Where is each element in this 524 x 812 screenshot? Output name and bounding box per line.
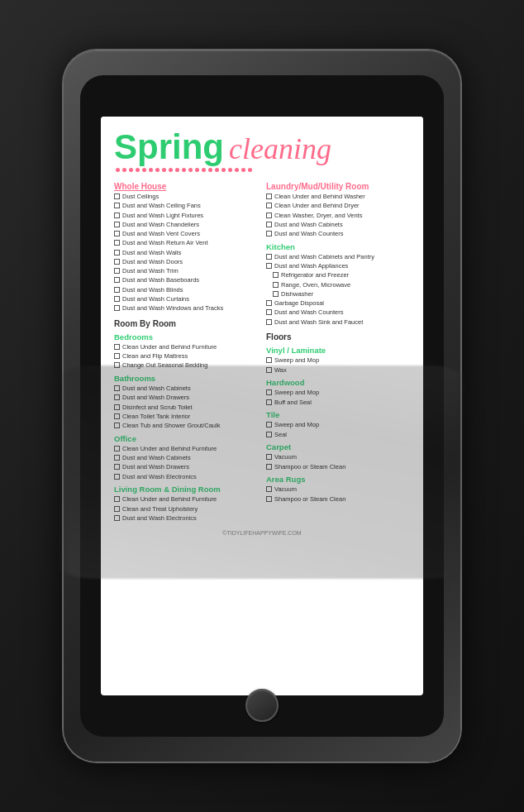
checkbox[interactable] xyxy=(273,291,279,297)
title-cleaning: cleaning xyxy=(229,131,331,166)
checkbox[interactable] xyxy=(266,231,272,236)
checkbox[interactable] xyxy=(266,254,272,260)
checkbox[interactable] xyxy=(114,268,120,274)
home-button[interactable] xyxy=(245,689,279,722)
checkbox[interactable] xyxy=(114,203,120,208)
floors-heading: Floors xyxy=(266,332,410,342)
checkbox[interactable] xyxy=(266,222,272,227)
checkbox[interactable] xyxy=(273,282,279,288)
kitchen-heading: Kitchen xyxy=(266,242,410,251)
title-row: Spring cleaning xyxy=(114,130,410,166)
checkbox[interactable] xyxy=(266,357,272,363)
checkbox[interactable] xyxy=(114,213,120,218)
tablet-device: Spring cleaning xyxy=(64,50,460,762)
checkbox[interactable] xyxy=(266,319,272,325)
checkbox[interactable] xyxy=(114,222,120,227)
checkbox[interactable] xyxy=(114,277,120,283)
title-spring: Spring xyxy=(114,130,224,165)
kitchen-list: Dust and Wash Cabinets and Pantry Dust a… xyxy=(266,253,410,327)
checkbox[interactable] xyxy=(114,259,120,265)
checkbox[interactable] xyxy=(114,353,120,359)
vinyl-heading: Vinyl / Laminate xyxy=(266,346,410,355)
laundry-heading: Laundry/Mud/Utility Room xyxy=(266,182,410,191)
checkbox[interactable] xyxy=(266,300,272,306)
checkbox[interactable] xyxy=(114,296,120,302)
whole-house-heading: Whole House xyxy=(114,182,258,191)
checkbox[interactable] xyxy=(114,231,120,236)
whole-house-list: Dust Ceilings Dust and Wash Ceiling Fans… xyxy=(114,193,258,313)
checkbox[interactable] xyxy=(266,263,272,269)
checkbox[interactable] xyxy=(114,240,120,246)
checkbox[interactable] xyxy=(266,309,272,315)
tablet-reflection xyxy=(64,365,460,579)
dots-decoration xyxy=(114,168,410,172)
checkbox[interactable] xyxy=(266,193,272,199)
checkbox[interactable] xyxy=(114,344,120,350)
checkbox[interactable] xyxy=(266,203,272,208)
room-by-room-heading: Room By Room xyxy=(114,319,258,328)
checkbox[interactable] xyxy=(114,305,120,311)
checkbox[interactable] xyxy=(273,272,279,278)
bedrooms-heading: Bedrooms xyxy=(114,332,258,342)
laundry-list: Clean Under and Behind Washer Clean Unde… xyxy=(266,193,410,238)
checkbox[interactable] xyxy=(114,250,120,256)
checkbox[interactable] xyxy=(114,193,120,199)
checkbox[interactable] xyxy=(114,287,120,293)
checkbox[interactable] xyxy=(266,213,272,218)
